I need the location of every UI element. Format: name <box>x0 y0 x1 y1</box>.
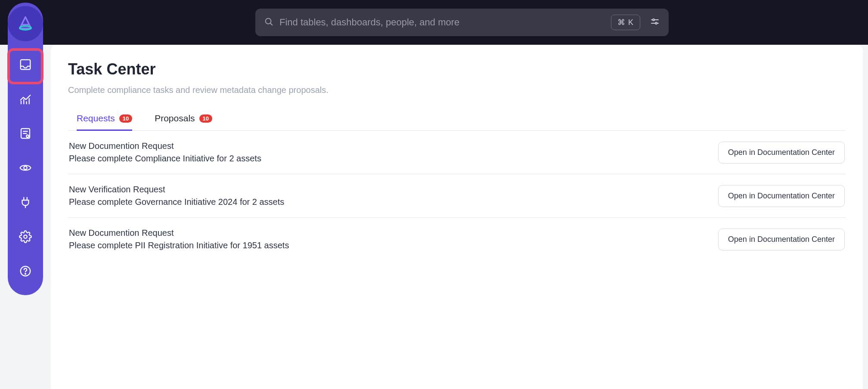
svg-point-15 <box>26 135 29 138</box>
task-row: New Verification Request Please complete… <box>68 174 846 218</box>
svg-point-20 <box>25 273 26 274</box>
tab-proposals[interactable]: Proposals 10 <box>155 107 212 131</box>
nav-visibility[interactable] <box>13 156 37 180</box>
page-title: Task Center <box>68 60 846 78</box>
nav-inbox[interactable] <box>13 52 37 77</box>
task-desc: Please complete Governance Initiative 20… <box>69 197 284 207</box>
open-documentation-button[interactable]: Open in Documentation Center <box>718 142 845 164</box>
task-text: New Documention Request Please complete … <box>69 141 261 164</box>
task-title: New Documention Request <box>69 141 261 151</box>
open-documentation-button[interactable]: Open in Documentation Center <box>718 228 845 250</box>
svg-point-18 <box>24 235 27 238</box>
page-subtitle: Complete compliance tasks and review met… <box>68 85 846 95</box>
search-icon <box>264 17 273 28</box>
sliders-icon[interactable] <box>646 16 660 28</box>
topbar: ⌘ K <box>0 0 868 45</box>
task-list: New Documention Request Please complete … <box>68 131 846 261</box>
open-documentation-button[interactable]: Open in Documentation Center <box>718 185 845 207</box>
app-logo[interactable] <box>8 6 43 41</box>
svg-point-0 <box>266 19 271 24</box>
task-row: New Documention Request Please complete … <box>68 131 846 174</box>
tab-badge: 10 <box>199 114 212 123</box>
task-row: New Documention Request Please complete … <box>68 218 846 261</box>
task-desc: Please complete Compliance Initiative fo… <box>69 154 261 164</box>
global-search[interactable]: ⌘ K <box>255 9 669 36</box>
tab-label: Requests <box>77 113 115 123</box>
task-text: New Documention Request Please complete … <box>69 228 289 250</box>
svg-point-4 <box>653 19 654 21</box>
nav-settings[interactable] <box>13 225 37 249</box>
tab-label: Proposals <box>155 113 195 123</box>
task-title: New Documention Request <box>69 228 289 238</box>
tab-badge: 10 <box>119 114 132 123</box>
search-input[interactable] <box>279 17 605 28</box>
task-text: New Verification Request Please complete… <box>69 185 284 207</box>
nav-analytics[interactable] <box>13 87 37 111</box>
tabs: Requests 10 Proposals 10 <box>68 107 846 131</box>
svg-point-5 <box>655 22 657 24</box>
tab-requests[interactable]: Requests 10 <box>77 107 132 131</box>
nav-integrations[interactable] <box>13 190 37 214</box>
task-title: New Verification Request <box>69 185 284 194</box>
nav-documents[interactable] <box>13 121 37 145</box>
sidebar <box>8 3 43 295</box>
task-desc: Please complete PII Registration Initiat… <box>69 241 289 250</box>
svg-point-16 <box>24 166 27 170</box>
svg-line-1 <box>270 23 272 25</box>
search-shortcut: ⌘ K <box>611 15 640 30</box>
main-panel: Task Center Complete compliance tasks an… <box>51 45 863 389</box>
logo-icon <box>16 14 35 33</box>
nav-help[interactable] <box>13 259 37 283</box>
